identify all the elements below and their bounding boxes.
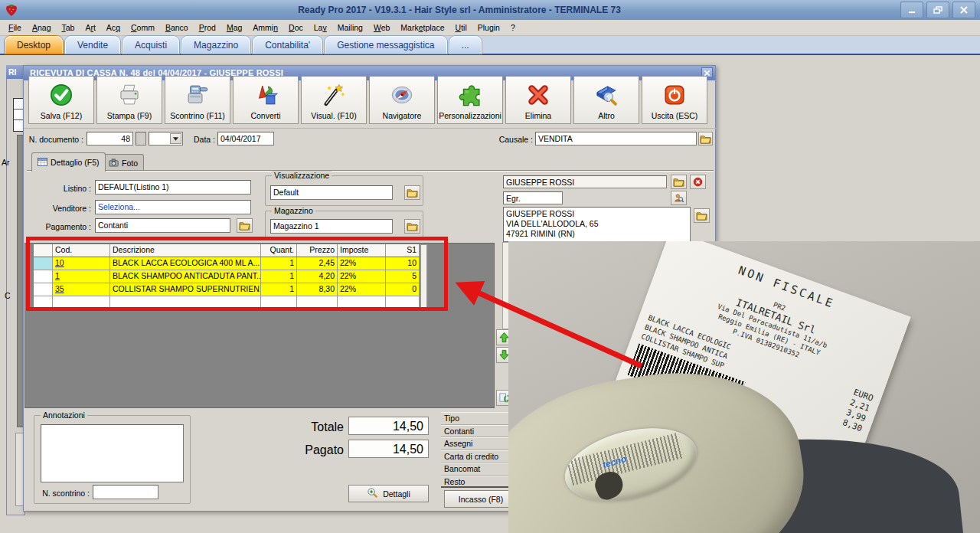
magazzino-input[interactable]: Magazzino 1	[270, 219, 393, 234]
causale-input[interactable]: VENDITA	[535, 132, 697, 146]
tab-magazzino[interactable]: Magazzino	[181, 36, 250, 54]
payment-type-resto[interactable]: Resto	[441, 476, 518, 489]
menu-anag[interactable]: Anag	[27, 21, 57, 34]
data-label: Data :	[173, 133, 215, 144]
tab-desktop[interactable]: Desktop	[5, 36, 63, 54]
menu-prod[interactable]: Prod	[194, 21, 221, 34]
payment-type-bancomat[interactable]: Bancomat	[441, 463, 518, 476]
module-tab-bar: DesktopVenditeAcquistiMagazzinoContabili…	[0, 36, 980, 55]
minimize-button[interactable]	[900, 2, 923, 18]
toolbar-uscita-esc[interactable]: Uscita (ESC)	[642, 76, 707, 124]
customer-name-input[interactable]: GIUSEPPE ROSSI	[503, 175, 667, 188]
tab-item[interactable]: ...	[449, 36, 482, 54]
address-folder-button[interactable]	[694, 208, 710, 223]
toolbar-separator	[24, 128, 717, 129]
causale-folder-button[interactable]	[698, 132, 713, 146]
menu-mag[interactable]: Mag	[221, 21, 247, 34]
menu-art[interactable]: Art	[80, 21, 100, 34]
dettagli-button-label: Dettagli	[383, 489, 410, 499]
menu-ammin[interactable]: Ammin	[247, 21, 283, 34]
toolbar-salva-f12[interactable]: Salva (F12)	[28, 76, 94, 124]
totale-label: Totale	[276, 419, 344, 434]
menu-mailing[interactable]: Mailing	[332, 21, 368, 34]
menu-web[interactable]: Web	[368, 21, 395, 34]
menu-banco[interactable]: Banco	[160, 21, 194, 34]
menu-acq[interactable]: Acq	[101, 21, 126, 34]
customer-folder-button[interactable]	[671, 175, 687, 189]
toolbar-stampa-f9[interactable]: Stampa (F9)	[96, 76, 162, 124]
n-documento-input[interactable]: 48	[87, 132, 133, 146]
tab-vendite[interactable]: Vendite	[65, 36, 120, 54]
menu-marketplace[interactable]: Marketplace	[395, 21, 449, 34]
annotazioni-textarea[interactable]	[41, 424, 184, 482]
n-scontrino-input[interactable]	[93, 485, 158, 499]
data-input[interactable]: 04/04/2017	[217, 132, 274, 146]
payment-type-header: Tipo	[441, 412, 518, 425]
toolbar-button-label: Navigatore	[383, 111, 422, 120]
tab-acquisti[interactable]: Acquisti	[122, 36, 179, 54]
restore-button[interactable]	[926, 2, 949, 18]
address-line: GIUSEPPE ROSSI	[506, 209, 688, 219]
address-line: 47921 RIMINI (RN)	[506, 229, 688, 239]
camera-icon	[109, 159, 119, 168]
customer-address-box[interactable]: GIUSEPPE ROSSIVIA DELL'ALLODOLA, 6547921…	[503, 207, 691, 242]
toolbar-button-label: Salva (F12)	[41, 111, 82, 120]
check-circle-icon	[48, 82, 74, 108]
tab-contabilita[interactable]: Contabilita'	[253, 36, 322, 54]
toolbar-button-label: Visual. (F10)	[311, 111, 356, 120]
toolbar-button-label: Personalizzazioni	[439, 111, 501, 120]
menu-plugin[interactable]: Plugin	[472, 21, 505, 34]
doc-suffix-box	[136, 132, 146, 146]
tab-dettaglio-label: Dettaglio (F5)	[51, 158, 100, 167]
menu-file[interactable]: File	[3, 21, 27, 34]
toolbar-elimina[interactable]: Elimina	[505, 76, 571, 124]
printer-icon	[116, 82, 142, 108]
app-titlebar: Ready Pro 2017 - V19.3.1 - Hair Style sr…	[0, 0, 980, 20]
background-label-c: C	[5, 291, 11, 300]
toolbar-navigatore[interactable]: Navigatore	[369, 76, 435, 124]
payment-type-carta-di-credito[interactable]: Carta di credito	[441, 450, 518, 463]
visualizzazione-select[interactable]: Default	[270, 185, 393, 200]
listino-label: Listino :	[38, 182, 91, 193]
convert-arrows-icon	[253, 82, 279, 108]
dettagli-button[interactable]: Dettagli	[348, 485, 429, 502]
tab-dettaglio[interactable]: Dettaglio (F5)	[31, 152, 106, 172]
customer-clear-button[interactable]	[690, 175, 706, 189]
toolbar-visual-f10[interactable]: Visual. (F10)	[301, 76, 367, 124]
close-button[interactable]	[952, 2, 975, 18]
honorific-input[interactable]: Egr.	[503, 191, 563, 204]
zoom-plus-icon	[367, 487, 378, 500]
menu-comm[interactable]: Comm	[126, 21, 160, 34]
pagamento-folder-button[interactable]	[237, 218, 253, 233]
venditore-label: Venditore :	[38, 202, 91, 213]
listino-select[interactable]: DEFAULT(Listino 1)	[95, 180, 251, 195]
menu-item[interactable]: ?	[505, 21, 521, 34]
customer-search-button[interactable]	[671, 191, 687, 205]
toolbar-converti[interactable]: Converti	[233, 76, 299, 124]
incasso-button-label: Incasso (F8)	[459, 495, 503, 504]
menu-util[interactable]: Util	[450, 21, 472, 34]
incasso-button[interactable]: Incasso (F8)	[444, 490, 518, 508]
menu-tab[interactable]: Tab	[56, 21, 80, 34]
toolbar-personalizzazioni[interactable]: Personalizzazioni	[437, 76, 503, 124]
payment-type-list: TipoContantiAssegniCarta di creditoBanco…	[441, 412, 518, 488]
payment-type-assegni[interactable]: Assegni	[441, 437, 518, 450]
toolbar-altro[interactable]: Altro	[573, 76, 639, 124]
visualizzazione-folder-button[interactable]	[404, 185, 420, 200]
magazzino-folder-button[interactable]	[404, 219, 420, 234]
payment-type-contanti[interactable]: Contanti	[441, 425, 518, 438]
pagato-label: Pagato	[276, 442, 344, 457]
tab-foto[interactable]: Foto	[103, 154, 144, 172]
screen: Ready Pro 2017 - V19.3.1 - Hair Style sr…	[0, 0, 980, 533]
tab-gestione-messaggistica[interactable]: Gestione messaggistica	[325, 36, 446, 54]
power-icon	[662, 82, 688, 108]
pagamento-select[interactable]: Contanti	[95, 218, 230, 233]
annotazioni-legend: Annotazioni	[41, 410, 87, 420]
menu-lav[interactable]: Lav	[309, 21, 332, 34]
venditore-input[interactable]: Seleziona...	[95, 200, 251, 214]
pagamento-label: Pagamento :	[31, 221, 91, 231]
magazzino-legend: Magazzino	[272, 206, 315, 215]
n-scontrino-label: N. scontrino :	[36, 487, 90, 498]
menu-doc[interactable]: Doc	[283, 21, 309, 34]
toolbar-scontrino-f11[interactable]: Scontrino (F11)	[165, 76, 230, 124]
